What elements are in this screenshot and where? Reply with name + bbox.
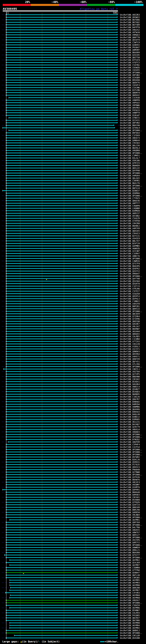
hit-label[interactable]: UniRef100_Q86E46 xyxy=(120,200,140,202)
hit-label[interactable]: UniRef100_Q801H9 xyxy=(120,506,140,508)
hit-label[interactable]: UniRef100_B2B837 xyxy=(120,190,140,192)
hit-label[interactable]: UniRef100_A9NPP8 xyxy=(120,99,140,102)
hit-span-bar[interactable] xyxy=(6,112,117,113)
hit-label[interactable]: UniRef100_C6SWZ6 xyxy=(120,66,140,69)
hit-span-bar[interactable] xyxy=(6,600,117,600)
hit-span-bar[interactable] xyxy=(6,474,117,475)
hit-span-bar[interactable] xyxy=(6,165,117,166)
hit-span-bar[interactable] xyxy=(6,308,117,309)
hit-span-bar[interactable] xyxy=(6,57,117,58)
hit-span-bar[interactable] xyxy=(6,122,117,123)
hit-span-bar[interactable] xyxy=(6,356,117,357)
hit-label[interactable]: UniRef100_B3MX05 xyxy=(120,418,140,420)
hit-label[interactable]: UniRef100_Q56FK2 xyxy=(120,268,140,270)
hit-label[interactable]: UniRef100_Q29CT9 xyxy=(120,426,140,428)
hit-span-bar[interactable] xyxy=(6,250,117,251)
hit-span-bar[interactable] xyxy=(6,467,117,468)
hit-span-bar[interactable] xyxy=(4,369,117,370)
hit-label[interactable]: UniRef100_C8CH42 xyxy=(120,378,140,380)
hit-label[interactable]: UniRef100_UPI000.. xyxy=(120,544,142,546)
hit-span-bar[interactable] xyxy=(6,50,117,50)
hit-span-bar[interactable] xyxy=(6,615,117,616)
hit-span-bar[interactable] xyxy=(6,530,117,530)
hit-span-bar[interactable] xyxy=(6,577,117,578)
hit-span-bar[interactable] xyxy=(6,507,117,508)
hit-span-bar[interactable] xyxy=(6,537,117,538)
hit-label[interactable]: UniRef100_C4Q0N9 xyxy=(120,207,140,210)
hit-label[interactable]: UniRef100_B6RB95 xyxy=(120,393,140,396)
hit-label[interactable]: UniRef100_UPI000.. xyxy=(120,516,142,518)
hit-label[interactable]: UniRef100_A0BIC4 xyxy=(120,386,140,388)
hit-span-bar[interactable] xyxy=(3,128,114,128)
hit-span-bar[interactable] xyxy=(6,296,117,296)
hit-label[interactable]: UniRef100_B4MCB4 xyxy=(120,403,140,406)
hit-span-bar[interactable] xyxy=(6,301,117,302)
hit-span-bar[interactable] xyxy=(6,402,117,402)
hit-span-bar[interactable] xyxy=(6,132,117,133)
hit-label[interactable]: UniRef100_Q0C8X9 xyxy=(120,313,140,315)
hit-span-bar[interactable] xyxy=(6,542,117,543)
hit-label[interactable]: UniRef100_B9SED8 xyxy=(120,79,140,81)
hit-span-bar[interactable] xyxy=(6,238,117,239)
hit-label[interactable]: UniRef100_Q95PD4 xyxy=(120,353,140,355)
hit-span-bar[interactable] xyxy=(6,261,117,261)
hit-span-bar[interactable] xyxy=(9,118,117,118)
hit-span-bar[interactable] xyxy=(6,278,117,279)
hit-label[interactable]: UniRef100_C5FP27 xyxy=(120,290,140,292)
hit-span-bar[interactable] xyxy=(6,341,117,342)
hit-label[interactable]: UniRef100_C1BZJ6 xyxy=(120,396,140,398)
hit-span-bar[interactable] xyxy=(6,517,117,518)
hit-span-bar[interactable] xyxy=(6,80,117,80)
hit-span-bar[interactable] xyxy=(6,92,117,93)
hit-span-bar[interactable] xyxy=(6,105,117,106)
hit-span-bar[interactable] xyxy=(6,602,117,603)
hit-label[interactable]: UniRef100_UPI000.. xyxy=(120,454,142,456)
hit-span-bar[interactable] xyxy=(6,318,117,319)
hit-span-bar[interactable] xyxy=(6,429,117,430)
hit-span-bar[interactable] xyxy=(6,20,117,20)
hit-span-bar[interactable] xyxy=(6,371,117,372)
hit-label[interactable]: UniRef100_A6SAH4 xyxy=(120,330,140,332)
hit-span-bar[interactable] xyxy=(6,95,117,96)
hit-span-bar[interactable] xyxy=(6,444,117,445)
hit-label[interactable]: UniRef100_Q93VT9 xyxy=(120,39,140,41)
hit-span-bar[interactable] xyxy=(6,364,117,364)
hit-label[interactable]: UniRef100_B0DXN8 xyxy=(120,376,140,378)
hit-span-bar[interactable] xyxy=(6,638,117,638)
hit-span-bar[interactable] xyxy=(6,77,117,78)
hit-span-bar[interactable] xyxy=(10,622,117,623)
hit-span-bar[interactable] xyxy=(6,630,117,631)
hit-span-bar[interactable] xyxy=(6,381,117,382)
hit-label[interactable]: UniRef100_B6T5B9 xyxy=(120,24,140,26)
hit-label[interactable]: UniRef100_Q6CRX7 xyxy=(120,617,140,619)
hit-label[interactable]: UniRef100_Q9FVN3 xyxy=(120,122,140,124)
hit-label[interactable]: UniRef100_C9X4I3 xyxy=(120,232,140,234)
hit-label[interactable]: UniRef100_C6SVX5 xyxy=(120,69,140,71)
hit-span-bar[interactable] xyxy=(6,632,117,633)
hit-span-bar[interactable] xyxy=(6,34,117,35)
hit-label[interactable]: UniRef100_B4KAU3 xyxy=(120,411,140,413)
hit-label[interactable]: UniRef100_UPI000.. xyxy=(120,556,142,559)
hit-label[interactable]: UniRef100_Q5AIB8 xyxy=(120,637,140,639)
hit-span-bar[interactable] xyxy=(6,524,117,525)
hit-span-bar[interactable] xyxy=(6,193,117,194)
hit-span-bar[interactable] xyxy=(6,494,117,495)
hit-label[interactable]: UniRef100_Q6LAG5 xyxy=(120,177,140,179)
hit-label[interactable]: UniRef100_Q38HS5 xyxy=(120,44,140,46)
hit-label[interactable]: UniRef100_A4H3Y8 xyxy=(120,303,140,305)
hit-span-bar[interactable] xyxy=(6,293,117,294)
hit-label[interactable]: UniRef100_A4RUV4 xyxy=(120,174,140,177)
hit-label[interactable]: UniRef100_A6YM96 xyxy=(120,607,140,609)
hit-span-bar[interactable] xyxy=(6,32,117,33)
hit-span-bar[interactable] xyxy=(6,422,117,422)
hit-label[interactable]: UniRef100_A4HS71 xyxy=(120,356,140,358)
hit-span-bar[interactable] xyxy=(6,268,117,269)
hit-label[interactable]: UniRef100_A6N9Z6 xyxy=(120,248,140,250)
hit-span-bar[interactable] xyxy=(6,145,117,146)
hit-label[interactable]: UniRef100_C1GRA7 xyxy=(120,252,140,255)
hit-label[interactable]: UniRef100_A9RQA3 xyxy=(120,34,140,36)
hit-span-bar[interactable] xyxy=(6,416,117,417)
hit-span-bar[interactable] xyxy=(6,376,117,377)
hit-label[interactable]: UniRef100_Q5G584 xyxy=(120,280,140,282)
hit-label[interactable]: UniRef100_P27635 xyxy=(120,464,140,466)
